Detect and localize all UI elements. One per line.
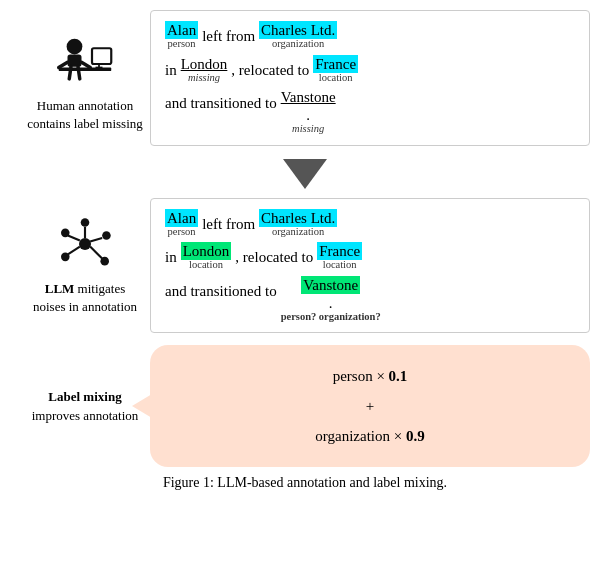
svg-line-6: [78, 67, 80, 79]
london-label: missing: [188, 73, 220, 84]
panel1-line1: Alan person left from Charles Ltd. organ…: [165, 21, 575, 53]
llm-annotation-label: LLM mitigatesnoises in annotation: [33, 280, 137, 316]
llm-network-icon: [55, 214, 115, 279]
bubble-value2: 0.9: [406, 428, 425, 444]
svg-point-12: [102, 232, 111, 241]
panel2-line1: Alan person left from Charles Ltd. organ…: [165, 209, 575, 241]
panel1-text-in: in: [165, 55, 177, 87]
panel2-text-left-from: left from: [202, 209, 255, 241]
panel1-charles: Charles Ltd. organization: [259, 21, 337, 50]
bubble-value1: 0.1: [389, 368, 408, 384]
down-arrow-icon: [283, 159, 327, 189]
p2-charles-word: Charles Ltd.: [259, 209, 337, 227]
main-container: Human annotationcontains label missing A…: [0, 0, 610, 572]
p2-france-word: France: [317, 242, 362, 260]
panel-human-annotation: Human annotationcontains label missing A…: [20, 10, 590, 146]
arrow-section: [20, 152, 590, 196]
svg-line-3: [59, 62, 68, 67]
panel1-london: London missing: [181, 55, 228, 84]
panel2-france: France location: [317, 242, 362, 271]
svg-point-1: [67, 39, 83, 55]
svg-line-18: [90, 247, 102, 259]
panel2-text-transitioned: and transitioned to: [165, 276, 277, 308]
vanstone-word: Vanstone: [281, 88, 336, 106]
svg-line-5: [69, 67, 71, 79]
svg-rect-2: [68, 54, 82, 66]
panel1-text-relocated: , relocated to: [231, 55, 309, 87]
p2-alan-label: person: [168, 227, 196, 238]
llm-icon-section: LLM mitigatesnoises in annotation: [20, 214, 150, 316]
human-annotation-icon-section: Human annotationcontains label missing: [20, 22, 150, 134]
panel2-charles: Charles Ltd. organization: [259, 209, 337, 238]
alan-word: Alan: [165, 21, 198, 39]
panel1-text-transitioned: and transitioned to: [165, 88, 277, 120]
svg-rect-7: [92, 48, 111, 64]
france-word: France: [313, 55, 358, 73]
label-mixing-label: Label mixingimproves annotation: [32, 387, 139, 426]
svg-rect-0: [59, 67, 112, 71]
human-annotation-label: Human annotationcontains label missing: [27, 97, 143, 133]
charles-label: organization: [272, 39, 324, 50]
panel2-text-box: Alan person left from Charles Ltd. organ…: [150, 198, 590, 334]
panel1-text-box: Alan person left from Charles Ltd. organ…: [150, 10, 590, 146]
panel-llm-annotation: LLM mitigatesnoises in annotation Alan p…: [20, 198, 590, 334]
label-mixing-icon-section: Label mixingimproves annotation: [20, 387, 150, 426]
svg-line-17: [90, 238, 102, 241]
panel1-france: France location: [313, 55, 358, 84]
bubble-plus: +: [178, 391, 562, 421]
panel2-line2: in London location , relocated to France…: [165, 242, 575, 274]
panel1-alan: Alan person: [165, 21, 198, 50]
human-icon: [50, 22, 120, 97]
p2-alan-word: Alan: [165, 209, 198, 227]
panel1-vanstone: Vanstone. missing: [281, 88, 336, 135]
period2: .: [329, 294, 333, 312]
panel2-london: London location: [181, 242, 232, 271]
alan-label: person: [168, 39, 196, 50]
panel1-line3: and transitioned to Vanstone. missing: [165, 88, 575, 135]
svg-point-11: [81, 219, 90, 228]
p2-london-label: location: [189, 260, 223, 271]
panel1-text-left-from: left from: [202, 21, 255, 53]
svg-line-19: [68, 247, 80, 255]
bubble-line1: person × 0.1: [178, 361, 562, 391]
vanstone-label: missing: [292, 124, 324, 135]
panel1-line2: in London missing , relocated to France …: [165, 55, 575, 87]
panel2-vanstone: Vanstone. person? organization?: [281, 276, 381, 323]
bubble-line2: organization × 0.9: [178, 421, 562, 451]
panel2-text-in: in: [165, 242, 177, 274]
bubble-section: Label mixingimproves annotation person ×…: [20, 345, 590, 467]
period1: .: [306, 106, 310, 124]
p2-vanstone-word: Vanstone: [301, 276, 360, 294]
p2-charles-label: organization: [272, 227, 324, 238]
france-label: location: [319, 73, 353, 84]
panel2-line3: and transitioned to Vanstone. person? or…: [165, 276, 575, 323]
panel2-alan: Alan person: [165, 209, 198, 238]
panel2-text-relocated: , relocated to: [235, 242, 313, 274]
p2-france-label: location: [323, 260, 357, 271]
caption-text: Figure 1: LLM-based annotation and label…: [163, 475, 447, 490]
p2-vanstone-question: person? organization?: [281, 312, 381, 323]
charles-word: Charles Ltd.: [259, 21, 337, 39]
svg-point-10: [79, 238, 91, 250]
figure-caption: Figure 1: LLM-based annotation and label…: [20, 475, 590, 491]
svg-line-20: [68, 236, 80, 241]
p2-london-word: London: [181, 242, 232, 260]
svg-line-4: [82, 62, 91, 67]
london-word: London: [181, 55, 228, 73]
speech-bubble: person × 0.1 + organization × 0.9: [150, 345, 590, 467]
